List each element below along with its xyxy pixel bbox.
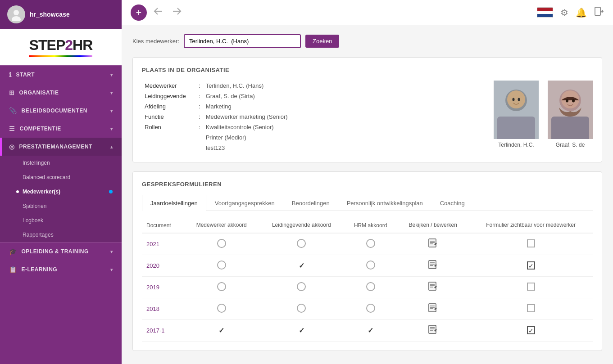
- checkmark-icon: ✓: [368, 327, 373, 334]
- checkbox-empty-icon[interactable]: [527, 304, 535, 312]
- subnav-item-balanced-scorecard[interactable]: Balanced scorecard: [0, 170, 122, 184]
- edit-icon[interactable]: [428, 327, 438, 336]
- table-row: 2020✓✓: [142, 255, 593, 276]
- svg-rect-24: [429, 261, 436, 269]
- cell-edit[interactable]: [397, 319, 469, 341]
- field-value-leid: Graaf, S. de (Sirta): [203, 91, 291, 101]
- flag-red: [537, 8, 553, 11]
- cell-document[interactable]: 2018: [142, 298, 184, 319]
- notification-icon[interactable]: 🔔: [576, 7, 587, 18]
- forward-button[interactable]: [169, 5, 185, 19]
- cell-circle: [344, 233, 397, 255]
- cell-circle: [184, 233, 259, 255]
- col-hrm-akkoord: HRM akkoord: [344, 218, 397, 233]
- edit-icon[interactable]: [428, 241, 438, 250]
- checkbox-checked-icon[interactable]: ✓: [527, 326, 535, 334]
- col-document: Document: [142, 218, 184, 233]
- sidebar-item-start[interactable]: ℹ START ▾: [0, 66, 122, 84]
- sidebar-item-competentie-label: COMPETENTIE: [20, 126, 61, 132]
- cell-circle: [259, 276, 344, 298]
- checkbox-empty-icon[interactable]: [527, 239, 535, 247]
- chevron-icon: ▾: [110, 108, 113, 113]
- cell-edit[interactable]: [397, 233, 469, 255]
- cell-document[interactable]: 2019: [142, 276, 184, 298]
- topbar-left: +: [131, 4, 185, 21]
- subnav-item-rapportages[interactable]: Rapportages: [0, 228, 122, 242]
- tab-voortgangsgesprekken[interactable]: Voortgangsgesprekken: [206, 195, 283, 211]
- sidebar-item-beleid-label: BELEIDSDOCUMENTEN: [22, 108, 88, 114]
- elearning-icon: 📋: [9, 266, 17, 273]
- org-row-rollen2: Printer (Medior): [142, 132, 291, 143]
- subnav-item-sjablonen[interactable]: Sjablonen: [0, 199, 122, 213]
- cell-edit[interactable]: [397, 255, 469, 276]
- sidebar-item-opleiding[interactable]: 🎓 OPLEIDING & TRAINING ▾: [0, 243, 122, 261]
- topbar: + ⚙ 🔔: [122, 0, 613, 25]
- subnav-label-balanced: Balanced scorecard: [23, 174, 70, 180]
- svg-point-1: [12, 16, 21, 21]
- field-value-functie: Medewerker marketing (Senior): [203, 112, 291, 122]
- svg-rect-34: [429, 304, 436, 312]
- gesprekken-table: Document Medewerker akkoord Leidinggeven…: [142, 218, 593, 342]
- sidebar-item-prestatie-label: PRESTATIEMANAGEMENT: [19, 144, 92, 150]
- cell-circle: [344, 298, 397, 319]
- cell-document[interactable]: 2017-1: [142, 319, 184, 341]
- sidebar-item-elearning[interactable]: 📋 E-LEARNING ▾: [0, 261, 122, 279]
- svg-rect-29: [429, 282, 436, 290]
- settings-icon[interactable]: ⚙: [560, 7, 568, 18]
- flag-netherlands[interactable]: [537, 7, 553, 18]
- info-icon: ℹ: [9, 71, 12, 78]
- sidebar-item-prestatiemanagement[interactable]: ◎ PRESTATIEMANAGEMENT ▴: [0, 138, 122, 156]
- search-label: Kies medewerker:: [132, 38, 179, 45]
- cell-circle: [184, 298, 259, 319]
- sidebar-item-beleidsdocumenten[interactable]: 📎 BELEIDSDOCUMENTEN ▾: [0, 102, 122, 120]
- tab-beoordelingen[interactable]: Beoordelingen: [283, 195, 338, 211]
- search-input[interactable]: [184, 34, 301, 48]
- org-photos: Terlinden, H.C.: [494, 81, 593, 153]
- dot-icon: [16, 205, 19, 207]
- org-row-functie: Functie : Medewerker marketing (Senior): [142, 112, 291, 122]
- cell-circle: [259, 298, 344, 319]
- edit-icon[interactable]: [428, 306, 438, 315]
- table-row: 2018: [142, 298, 593, 319]
- sidebar-item-organisatie[interactable]: ⊞ ORGANISATIE ▾: [0, 84, 122, 102]
- org-row-rollen: Rollen : Kwaliteitscontrole (Senior): [142, 122, 291, 132]
- sidebar-header: hr_showcase: [0, 0, 122, 29]
- sidebar-item-competentie[interactable]: ☰ COMPETENTIE ▾: [0, 120, 122, 138]
- cell-checkbox-empty: [469, 298, 593, 319]
- content-area: Kies medewerker: Zoeken PLAATS IN DE ORG…: [122, 25, 613, 364]
- circle-icon: [366, 282, 375, 291]
- tab-persoonlijk[interactable]: Persoonlijk ontwikkelingsplan: [338, 195, 431, 211]
- checkmark-icon: ✓: [299, 327, 304, 334]
- circle-icon: [217, 239, 226, 248]
- subnav-item-instellingen[interactable]: Instellingen: [0, 156, 122, 170]
- cell-document[interactable]: 2020: [142, 255, 184, 276]
- chevron-icon: ▾: [110, 249, 113, 254]
- avatar: [7, 5, 25, 23]
- cell-edit[interactable]: [397, 276, 469, 298]
- edit-icon[interactable]: [428, 262, 438, 271]
- cell-document[interactable]: 2021: [142, 233, 184, 255]
- add-button[interactable]: +: [131, 4, 147, 21]
- checkbox-checked-icon[interactable]: ✓: [527, 261, 535, 270]
- cell-edit[interactable]: [397, 298, 469, 319]
- field-label-afdeling: Afdeling: [142, 101, 196, 112]
- field-value-medewerker: Terlinden, H.C. (Hans): [203, 81, 291, 91]
- search-button[interactable]: Zoeken: [305, 35, 339, 48]
- tab-jaardoelstellingen[interactable]: Jaardoelstellingen: [142, 195, 206, 211]
- cell-checkbox-empty: [469, 276, 593, 298]
- edit-icon[interactable]: [428, 284, 438, 293]
- logout-icon[interactable]: [594, 6, 604, 18]
- subnav-item-medewerkers[interactable]: Medewerker(s): [0, 184, 122, 199]
- chevron-icon: ▾: [110, 267, 113, 272]
- cell-check: ✓: [259, 255, 344, 276]
- subnav-item-logboek[interactable]: Logboek: [0, 213, 122, 228]
- cell-circle: [344, 276, 397, 298]
- graduation-icon: 🎓: [9, 248, 17, 255]
- tabs: Jaardoelstellingen Voortgangsgesprekken …: [142, 195, 593, 211]
- checkbox-empty-icon[interactable]: [527, 283, 535, 291]
- tab-coaching[interactable]: Coaching: [431, 195, 473, 211]
- dot-icon: [16, 162, 19, 164]
- back-button[interactable]: [150, 5, 166, 19]
- table-row: 2017-1✓✓✓✓: [142, 319, 593, 341]
- checkmark-icon: ✓: [299, 262, 304, 270]
